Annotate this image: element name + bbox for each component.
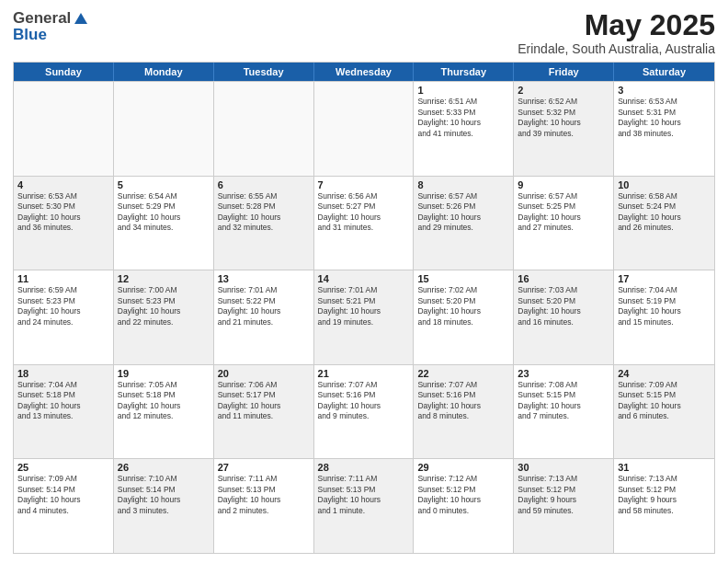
day-number: 9 — [518, 179, 609, 190]
day-cell — [314, 82, 415, 176]
day-number: 21 — [318, 368, 410, 379]
day-info: Sunrise: 7:04 AM Sunset: 5:18 PM Dayligh… — [17, 380, 109, 422]
day-info: Sunrise: 7:04 AM Sunset: 5:19 PM Dayligh… — [618, 285, 711, 327]
week-row-3: 11Sunrise: 6:59 AM Sunset: 5:23 PM Dayli… — [14, 270, 714, 364]
day-number: 31 — [618, 462, 711, 473]
day-cell: 3Sunrise: 6:53 AM Sunset: 5:31 PM Daylig… — [614, 82, 714, 176]
day-cell: 13Sunrise: 7:01 AM Sunset: 5:22 PM Dayli… — [214, 270, 314, 364]
day-cell: 2Sunrise: 6:52 AM Sunset: 5:32 PM Daylig… — [514, 82, 614, 176]
day-info: Sunrise: 6:52 AM Sunset: 5:32 PM Dayligh… — [518, 97, 609, 139]
day-number: 25 — [17, 462, 109, 473]
week-row-4: 18Sunrise: 7:04 AM Sunset: 5:18 PM Dayli… — [14, 364, 714, 459]
day-cell: 30Sunrise: 7:13 AM Sunset: 5:12 PM Dayli… — [514, 459, 614, 553]
subtitle: Erindale, South Australia, Australia — [518, 41, 715, 56]
day-headers-row: SundayMondayTuesdayWednesdayThursdayFrid… — [14, 63, 714, 81]
day-number: 10 — [618, 179, 711, 190]
day-info: Sunrise: 7:09 AM Sunset: 5:15 PM Dayligh… — [618, 380, 711, 422]
day-cell: 1Sunrise: 6:51 AM Sunset: 5:33 PM Daylig… — [414, 82, 514, 176]
day-info: Sunrise: 6:53 AM Sunset: 5:30 PM Dayligh… — [17, 191, 109, 234]
day-number: 8 — [417, 179, 509, 190]
svg-marker-0 — [74, 13, 87, 24]
day-number: 24 — [618, 368, 711, 379]
day-info: Sunrise: 7:06 AM Sunset: 5:17 PM Dayligh… — [218, 380, 310, 422]
day-cell: 23Sunrise: 7:08 AM Sunset: 5:15 PM Dayli… — [514, 365, 614, 459]
day-header-wednesday: Wednesday — [314, 63, 415, 81]
day-cell — [114, 82, 214, 176]
day-number: 20 — [218, 368, 310, 379]
day-cell — [214, 82, 314, 176]
week-row-1: 1Sunrise: 6:51 AM Sunset: 5:33 PM Daylig… — [14, 81, 714, 176]
day-info: Sunrise: 6:56 AM Sunset: 5:27 PM Dayligh… — [318, 191, 410, 234]
day-info: Sunrise: 7:02 AM Sunset: 5:20 PM Dayligh… — [417, 285, 509, 327]
day-number: 11 — [17, 273, 109, 284]
day-number: 7 — [318, 179, 410, 190]
logo-icon — [73, 11, 89, 28]
day-info: Sunrise: 7:03 AM Sunset: 5:20 PM Dayligh… — [518, 285, 609, 327]
day-number: 17 — [618, 273, 711, 284]
day-cell: 19Sunrise: 7:05 AM Sunset: 5:18 PM Dayli… — [114, 365, 214, 459]
logo: General Blue — [13, 9, 89, 44]
week-row-2: 4Sunrise: 6:53 AM Sunset: 5:30 PM Daylig… — [14, 176, 714, 270]
day-header-thursday: Thursday — [414, 63, 514, 81]
day-header-monday: Monday — [114, 63, 214, 81]
day-cell: 28Sunrise: 7:11 AM Sunset: 5:13 PM Dayli… — [314, 459, 415, 553]
day-cell: 21Sunrise: 7:07 AM Sunset: 5:16 PM Dayli… — [314, 365, 415, 459]
day-info: Sunrise: 7:01 AM Sunset: 5:21 PM Dayligh… — [318, 285, 410, 327]
day-info: Sunrise: 6:53 AM Sunset: 5:31 PM Dayligh… — [618, 97, 711, 139]
day-info: Sunrise: 6:59 AM Sunset: 5:23 PM Dayligh… — [17, 285, 109, 327]
day-number: 1 — [417, 85, 509, 96]
logo-general-text: General — [13, 9, 71, 28]
day-cell: 7Sunrise: 6:56 AM Sunset: 5:27 PM Daylig… — [314, 177, 415, 270]
day-number: 22 — [417, 368, 509, 379]
day-info: Sunrise: 7:13 AM Sunset: 5:12 PM Dayligh… — [618, 474, 711, 516]
calendar-body: 1Sunrise: 6:51 AM Sunset: 5:33 PM Daylig… — [14, 81, 714, 553]
calendar: SundayMondayTuesdayWednesdayThursdayFrid… — [13, 62, 715, 554]
day-number: 27 — [218, 462, 310, 473]
day-cell: 12Sunrise: 7:00 AM Sunset: 5:23 PM Dayli… — [114, 270, 214, 364]
day-number: 13 — [218, 273, 310, 284]
day-cell: 16Sunrise: 7:03 AM Sunset: 5:20 PM Dayli… — [514, 270, 614, 364]
day-info: Sunrise: 6:55 AM Sunset: 5:28 PM Dayligh… — [218, 191, 310, 234]
day-number: 5 — [118, 179, 210, 190]
day-number: 28 — [318, 462, 410, 473]
day-info: Sunrise: 7:08 AM Sunset: 5:15 PM Dayligh… — [518, 380, 609, 422]
day-cell: 17Sunrise: 7:04 AM Sunset: 5:19 PM Dayli… — [614, 270, 714, 364]
day-header-tuesday: Tuesday — [214, 63, 314, 81]
day-number: 18 — [17, 368, 109, 379]
day-cell: 24Sunrise: 7:09 AM Sunset: 5:15 PM Dayli… — [614, 365, 714, 459]
day-info: Sunrise: 7:01 AM Sunset: 5:22 PM Dayligh… — [218, 285, 310, 327]
day-cell: 31Sunrise: 7:13 AM Sunset: 5:12 PM Dayli… — [614, 459, 714, 553]
day-info: Sunrise: 7:00 AM Sunset: 5:23 PM Dayligh… — [118, 285, 210, 327]
day-cell: 8Sunrise: 6:57 AM Sunset: 5:26 PM Daylig… — [414, 177, 514, 270]
day-info: Sunrise: 7:10 AM Sunset: 5:14 PM Dayligh… — [118, 474, 210, 516]
day-number: 19 — [118, 368, 210, 379]
title-block: May 2025 Erindale, South Australia, Aust… — [518, 9, 715, 56]
day-cell — [14, 82, 114, 176]
day-info: Sunrise: 7:05 AM Sunset: 5:18 PM Dayligh… — [118, 380, 210, 422]
day-cell: 9Sunrise: 6:57 AM Sunset: 5:25 PM Daylig… — [514, 177, 614, 270]
logo-blue-text: Blue — [13, 26, 47, 44]
day-cell: 15Sunrise: 7:02 AM Sunset: 5:20 PM Dayli… — [414, 270, 514, 364]
day-header-saturday: Saturday — [614, 63, 714, 81]
day-cell: 22Sunrise: 7:07 AM Sunset: 5:16 PM Dayli… — [414, 365, 514, 459]
day-cell: 26Sunrise: 7:10 AM Sunset: 5:14 PM Dayli… — [114, 459, 214, 553]
day-cell: 10Sunrise: 6:58 AM Sunset: 5:24 PM Dayli… — [614, 177, 714, 270]
day-info: Sunrise: 7:07 AM Sunset: 5:16 PM Dayligh… — [318, 380, 410, 422]
day-info: Sunrise: 6:57 AM Sunset: 5:26 PM Dayligh… — [417, 191, 509, 234]
day-cell: 25Sunrise: 7:09 AM Sunset: 5:14 PM Dayli… — [14, 459, 114, 553]
day-number: 29 — [417, 462, 509, 473]
day-number: 26 — [118, 462, 210, 473]
day-number: 23 — [518, 368, 609, 379]
day-cell: 29Sunrise: 7:12 AM Sunset: 5:12 PM Dayli… — [414, 459, 514, 553]
day-number: 15 — [417, 273, 509, 284]
week-row-5: 25Sunrise: 7:09 AM Sunset: 5:14 PM Dayli… — [14, 458, 714, 553]
day-cell: 18Sunrise: 7:04 AM Sunset: 5:18 PM Dayli… — [14, 365, 114, 459]
day-cell: 6Sunrise: 6:55 AM Sunset: 5:28 PM Daylig… — [214, 177, 314, 270]
day-cell: 27Sunrise: 7:11 AM Sunset: 5:13 PM Dayli… — [214, 459, 314, 553]
day-header-sunday: Sunday — [14, 63, 114, 81]
day-cell: 20Sunrise: 7:06 AM Sunset: 5:17 PM Dayli… — [214, 365, 314, 459]
day-cell: 14Sunrise: 7:01 AM Sunset: 5:21 PM Dayli… — [314, 270, 415, 364]
day-info: Sunrise: 7:13 AM Sunset: 5:12 PM Dayligh… — [518, 474, 609, 516]
day-info: Sunrise: 6:57 AM Sunset: 5:25 PM Dayligh… — [518, 191, 609, 234]
day-info: Sunrise: 6:58 AM Sunset: 5:24 PM Dayligh… — [618, 191, 711, 234]
